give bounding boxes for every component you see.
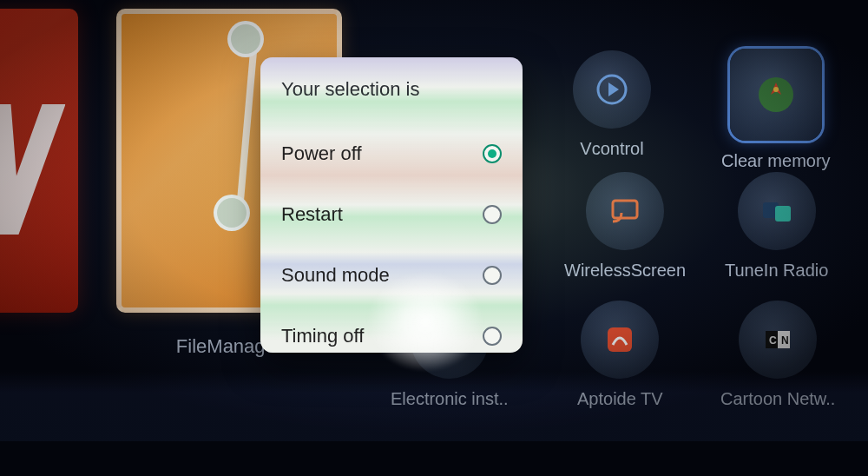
- radio-icon: [483, 327, 502, 346]
- app-tile-vcontrol[interactable]: Vcontrol: [573, 50, 651, 159]
- option-label: Power off: [281, 142, 362, 165]
- radio-icon: [483, 144, 502, 163]
- option-label: Timing off: [281, 325, 364, 347]
- rocket-icon: [730, 49, 822, 141]
- wps-icon: [0, 9, 78, 313]
- app-label: WirelessScreen: [564, 261, 686, 281]
- dialog-option-poweroff[interactable]: Power off: [281, 123, 502, 184]
- power-dialog: Your selection is Power off Restart Soun…: [260, 57, 523, 353]
- app-label: Electronic inst..: [391, 389, 509, 409]
- svg-rect-2: [613, 201, 637, 218]
- app-label: TuneIn Radio: [725, 261, 828, 281]
- app-label: Aptoide TV: [577, 389, 663, 409]
- option-label: Restart: [281, 203, 343, 226]
- app-tile-wps[interactable]: WPS: [0, 9, 78, 358]
- app-tile-wirelessscreen[interactable]: WirelessScreen: [564, 172, 686, 281]
- app-tile-clearmemory[interactable]: Clear memory: [721, 49, 831, 171]
- cartoon-network-icon: CN: [739, 301, 817, 379]
- svg-rect-6: [775, 206, 791, 221]
- dialog-title: Your selection is: [281, 78, 502, 101]
- radio-icon: [483, 266, 502, 285]
- cast-icon: [586, 172, 664, 250]
- app-label: Clear memory: [721, 151, 831, 171]
- svg-rect-9: [608, 327, 632, 352]
- dialog-option-soundmode[interactable]: Sound mode: [281, 245, 502, 306]
- app-label: Vcontrol: [580, 139, 643, 159]
- svg-text:C: C: [769, 334, 777, 347]
- svg-point-4: [773, 87, 779, 92]
- app-label: Cartoon Netw..: [720, 389, 835, 409]
- vcontrol-icon: [573, 50, 651, 129]
- option-label: Sound mode: [281, 264, 390, 287]
- app-tile-tunein[interactable]: TuneIn Radio: [725, 172, 828, 281]
- dialog-option-restart[interactable]: Restart: [281, 184, 502, 245]
- radio-icon: [483, 205, 502, 224]
- svg-marker-1: [608, 83, 619, 96]
- app-tile-aptoide[interactable]: Aptoide TV: [577, 301, 663, 409]
- svg-text:N: N: [781, 334, 789, 347]
- app-tile-cartoon[interactable]: CN Cartoon Netw..: [720, 301, 835, 409]
- aptoide-icon: [581, 301, 659, 379]
- dialog-option-timingoff[interactable]: Timing off: [281, 306, 502, 353]
- tunein-icon: [738, 172, 816, 250]
